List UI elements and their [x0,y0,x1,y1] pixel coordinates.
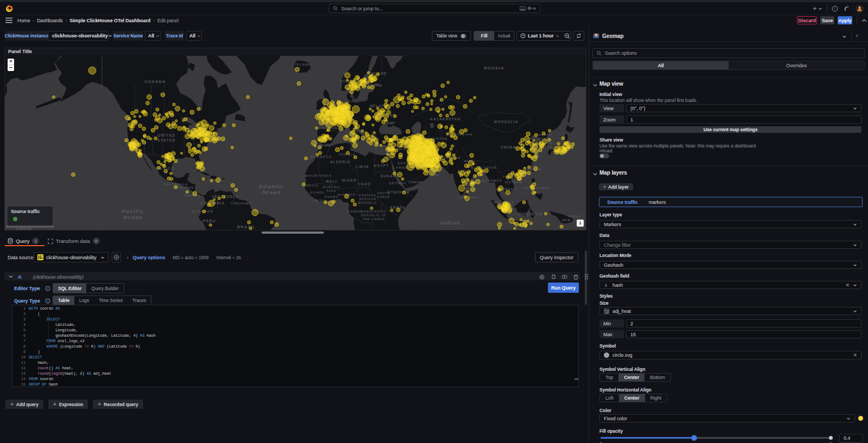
svg-text:KAZAKHSTAN: KAZAKHSTAN [430,117,461,121]
svg-text:EGYPT: EGYPT [374,164,389,168]
svg-text:VIETNAM: VIETNAM [505,181,522,184]
svg-text:GUINEA: GUINEA [310,191,325,194]
svg-text:BRAZIL: BRAZIL [237,224,256,229]
svg-text:CHINA: CHINA [500,145,516,150]
svg-text:ICELAND: ICELAND [292,63,311,66]
svg-text:Pacific: Pacific [122,208,144,214]
svg-text:ERITREA: ERITREA [389,182,407,185]
svg-text:THE CONGO: THE CONGO [362,217,385,221]
svg-text:Ocean: Ocean [261,189,282,195]
svg-text:PERU: PERU [203,219,216,223]
svg-text:i: i [47,287,48,290]
svg-text:UNITED: UNITED [157,133,175,137]
svg-text:NIGER: NIGER [342,178,357,182]
svg-text:PHILIPPINES: PHILIPPINES [524,187,551,190]
svg-text:ALGERIA: ALGERIA [330,160,350,164]
svg-text:BURKINA: BURKINA [323,185,340,189]
svg-text:MONGOLIA: MONGOLIA [494,120,518,124]
svg-text:MOROCCO: MOROCCO [310,155,332,158]
svg-text:Indian: Indian [441,220,461,226]
svg-text:FASO: FASO [327,189,336,192]
svg-text:Atlantic: Atlantic [258,183,284,189]
svg-text:MALI: MALI [326,179,337,183]
svg-text:CENTRAL: CENTRAL [359,194,376,197]
svg-text:SUDAN: SUDAN [377,195,390,198]
svg-text:STATES: STATES [157,138,176,142]
svg-text:DEMOCRATIC: DEMOCRATIC [361,210,386,213]
svg-text:RUSSIA: RUSSIA [484,66,504,70]
svg-text:AFRICAN: AFRICAN [360,197,376,201]
svg-text:CANADA: CANADA [144,79,166,84]
svg-text:!: ! [834,7,835,10]
svg-text:LIBYA: LIBYA [356,165,369,169]
svg-text:GHANA: GHANA [324,195,339,198]
svg-text:REPUBLIC OF: REPUBLIC OF [361,214,386,217]
svg-text:Ocean: Ocean [123,214,143,220]
svg-text:YEMEN: YEMEN [408,181,422,184]
svg-text:i: i [47,299,48,303]
svg-text:CHAD: CHAD [358,182,371,186]
svg-text:SOUTH: SOUTH [377,191,390,195]
svg-text:REPUBLIC: REPUBLIC [358,201,377,204]
svg-text:ETHIOPIA: ETHIOPIA [388,190,410,194]
svg-text:MAURITANIA: MAURITANIA [305,174,332,177]
svg-text:PANAMA: PANAMA [184,194,201,197]
svg-text:PAPUA: PAPUA [569,215,582,218]
svg-text:A: A [604,283,608,287]
svg-text:SURINAME: SURINAME [231,202,252,205]
svg-text:MYANMAR: MYANMAR [482,179,502,182]
svg-text:INDONESIA: INDONESIA [518,212,543,216]
svg-text:GABON: GABON [348,210,362,213]
